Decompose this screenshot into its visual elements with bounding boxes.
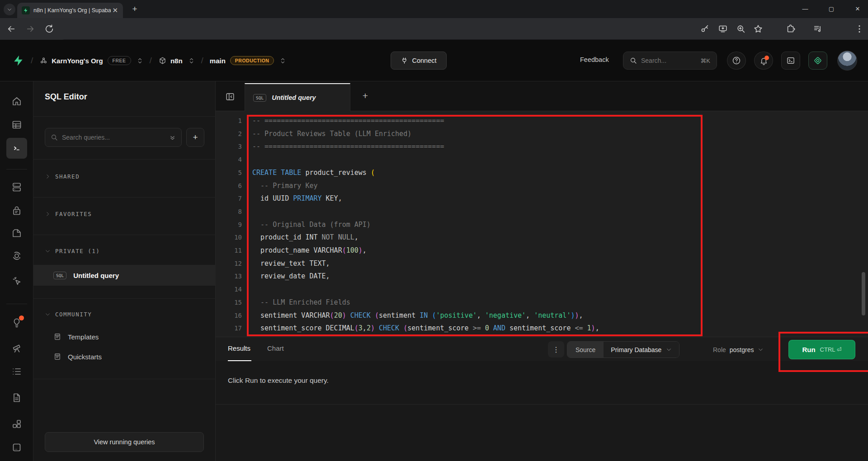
bookmark-star-icon[interactable] xyxy=(753,24,763,34)
branch-switcher-icon[interactable] xyxy=(279,57,286,64)
project-name[interactable]: n8n xyxy=(170,57,183,65)
new-query-button[interactable]: + xyxy=(186,128,204,147)
rail-item-observability[interactable] xyxy=(11,343,22,353)
code-text: product_name VARCHAR(100), xyxy=(252,244,367,257)
notifications-button[interactable] xyxy=(754,52,773,70)
search-shortcut: ⌘K xyxy=(700,57,710,64)
rail-item-advisors[interactable] xyxy=(11,317,22,328)
zoom-page-icon[interactable] xyxy=(736,24,746,34)
tab-chart[interactable]: Chart xyxy=(267,344,284,352)
sort-chevrons-icon[interactable] xyxy=(169,134,176,141)
code-line: 1-- ====================================… xyxy=(216,114,803,127)
tab-results[interactable]: Results xyxy=(228,344,250,352)
rail-item-auth[interactable] xyxy=(11,205,22,216)
supabase-logo-icon[interactable] xyxy=(13,55,24,66)
rail-item-project-settings[interactable] xyxy=(11,442,22,453)
rail-item-storage[interactable] xyxy=(11,228,22,239)
project-switcher-icon[interactable] xyxy=(188,57,195,64)
assistant-button[interactable] xyxy=(808,52,827,70)
rail-item-integrations[interactable] xyxy=(11,419,22,429)
user-avatar[interactable] xyxy=(837,51,857,71)
global-search-input[interactable]: Search... ⌘K xyxy=(623,52,717,70)
branch-name[interactable]: main xyxy=(210,57,226,65)
reload-button[interactable] xyxy=(44,24,54,34)
terminal-button[interactable] xyxy=(781,52,800,70)
sidebar-section-shared[interactable]: SHARED xyxy=(45,173,80,180)
rail-item-table-editor[interactable] xyxy=(11,119,22,130)
editor-tab-title: Untitled query xyxy=(272,94,316,101)
rail-item-database[interactable] xyxy=(11,182,22,193)
line-number: 9 xyxy=(216,218,242,231)
rail-item-sql-editor[interactable] xyxy=(6,138,27,159)
install-app-icon[interactable] xyxy=(718,24,728,34)
code-line: 4 xyxy=(216,153,803,166)
code-text: -- Original Data (from API) xyxy=(252,218,371,231)
query-search-input[interactable]: Search queries... xyxy=(45,128,182,147)
line-number: 4 xyxy=(216,153,242,166)
organization-icon xyxy=(39,56,48,65)
rail-divider xyxy=(6,169,27,169)
org-switcher-icon[interactable] xyxy=(137,57,143,64)
role-selector[interactable]: Role postgres xyxy=(713,341,764,358)
code-text: review_date DATE, xyxy=(252,270,330,283)
window-maximize-button[interactable]: ▢ xyxy=(826,5,836,14)
database-select[interactable]: Primary Database xyxy=(604,342,679,358)
home-icon xyxy=(11,96,22,107)
connect-label: Connect xyxy=(412,57,436,64)
book-icon xyxy=(53,353,61,361)
browser-tab[interactable]: n8n | KarnYong's Org | Supabas ✕ xyxy=(17,3,123,18)
sidebar-section-favorites[interactable]: FAVORITES xyxy=(45,211,92,217)
back-button[interactable] xyxy=(6,24,16,34)
sidebar-section-private[interactable]: PRIVATE (1) xyxy=(45,248,100,254)
sql-code-editor[interactable]: 1-- ====================================… xyxy=(216,111,868,337)
page-title: SQL Editor xyxy=(45,92,87,102)
new-tab-button[interactable]: + xyxy=(129,4,140,15)
extensions-puzzle-icon[interactable] xyxy=(786,24,796,34)
connect-button[interactable]: Connect xyxy=(391,52,447,70)
help-button[interactable] xyxy=(727,52,746,70)
chevron-right-icon xyxy=(45,211,51,217)
password-key-icon[interactable] xyxy=(700,24,710,34)
window-close-button[interactable]: ✕ xyxy=(853,5,863,14)
rail-item-api-docs[interactable] xyxy=(11,392,22,403)
results-more-menu-button[interactable]: ⋮ xyxy=(548,341,564,358)
line-number: 17 xyxy=(216,322,242,335)
community-item-quickstarts[interactable]: Quickstarts xyxy=(53,353,102,361)
feedback-link[interactable]: Feedback xyxy=(580,56,609,63)
sidebar-section-community[interactable]: COMMUNITY xyxy=(45,311,92,318)
auth-icon xyxy=(11,205,22,216)
source-selector[interactable]: Source Primary Database xyxy=(567,341,679,358)
rail-item-home[interactable] xyxy=(11,96,22,107)
tab-search-button[interactable] xyxy=(4,4,15,15)
rail-item-edge-functions[interactable] xyxy=(11,276,22,287)
code-line: 3-- ====================================… xyxy=(216,140,803,153)
collapse-sidebar-button[interactable] xyxy=(222,89,238,105)
editor-tab-untitled-query[interactable]: SQL Untitled query xyxy=(245,83,350,111)
chevron-down-icon xyxy=(45,311,51,317)
tab-close-icon[interactable]: ✕ xyxy=(111,6,119,14)
browser-tab-strip: n8n | KarnYong's Org | Supabas ✕ + — ▢ ✕ xyxy=(0,0,868,18)
logs-icon xyxy=(11,366,22,377)
community-item-templates[interactable]: Templates xyxy=(53,333,99,341)
code-text: sentiment_score DECIMAL(3,2) CHECK (sent… xyxy=(252,322,599,335)
browser-menu-icon[interactable] xyxy=(854,24,864,34)
line-number: 8 xyxy=(216,205,242,218)
results-empty-message: Click Run to execute your query. xyxy=(228,376,329,385)
window-minimize-button[interactable]: — xyxy=(800,5,810,14)
book-icon xyxy=(53,333,61,341)
run-query-button[interactable]: Run CTRL ⏎ xyxy=(788,340,855,359)
rail-item-realtime[interactable] xyxy=(11,250,22,261)
breadcrumb-separator: / xyxy=(150,56,152,66)
view-running-queries-button[interactable]: View running queries xyxy=(45,432,204,452)
new-editor-tab-button[interactable]: + xyxy=(359,89,372,103)
org-name[interactable]: KarnYong's Org xyxy=(52,57,103,65)
chevron-right-icon xyxy=(45,174,51,179)
rail-item-logs[interactable] xyxy=(11,366,22,377)
scrollbar-thumb[interactable] xyxy=(862,272,865,315)
code-line: 7 id UUID PRIMARY KEY, xyxy=(216,192,803,205)
saved-query-item[interactable]: SQLUntitled query xyxy=(33,265,216,286)
plug-icon xyxy=(401,57,408,65)
forward-button[interactable] xyxy=(25,24,35,34)
code-line: 16 sentiment VARCHAR(20) CHECK (sentimen… xyxy=(216,309,803,322)
media-controls-icon[interactable] xyxy=(813,24,823,34)
